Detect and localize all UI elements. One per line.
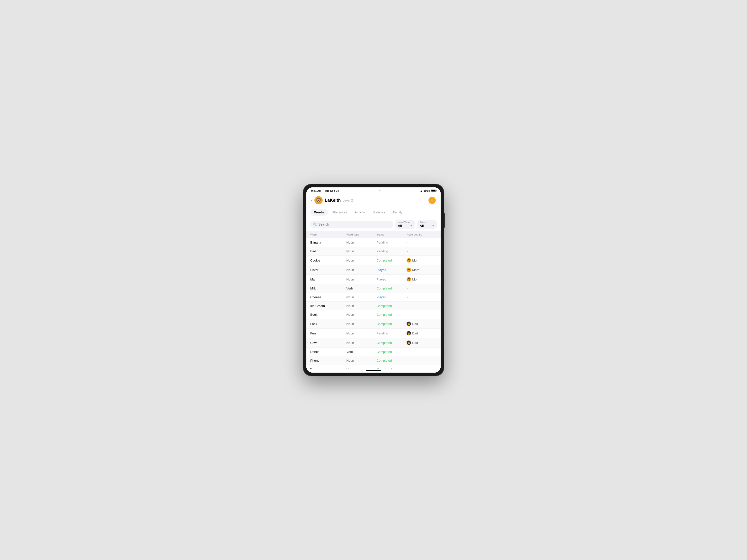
cell-status: Completed <box>377 304 407 308</box>
words-table: Word Word Type Status Recorded By Banana… <box>306 231 441 369</box>
cell-status: Played <box>377 268 407 272</box>
battery-display: 100% <box>423 189 436 192</box>
recorded-by-name: Dad <box>412 341 418 345</box>
status-label: Status <box>420 221 434 224</box>
add-button[interactable]: + <box>429 197 436 204</box>
cell-word-type: Noun <box>346 295 377 299</box>
search-input[interactable] <box>318 222 390 226</box>
header-status: Status <box>377 233 407 236</box>
battery-bar <box>431 190 436 192</box>
battery-fill <box>431 190 435 191</box>
cell-recorded-by: - <box>407 241 437 244</box>
tab-family[interactable]: Family <box>389 209 406 216</box>
table-body: BananaNounPending-DadNounPending-CookieN… <box>306 238 441 369</box>
cell-word-type: Verb <box>346 287 377 290</box>
cell-word: Look <box>310 322 346 326</box>
dot-1 <box>378 191 378 191</box>
recorded-by-name: Dad <box>412 331 418 335</box>
table-row[interactable]: DanceVerbCompleted- <box>306 348 441 356</box>
home-indicator <box>366 370 381 371</box>
cell-status: Completed <box>377 359 407 363</box>
cell-status: Completed <box>377 322 407 326</box>
no-recorder-dash: - <box>407 287 408 290</box>
tab-words-label: Words <box>314 211 324 214</box>
table-row[interactable]: SisterNounPlayed👩Mom <box>306 265 441 275</box>
cell-word-type: Noun <box>346 341 377 345</box>
cell-recorded-by: - <box>407 313 437 317</box>
word-type-chevron-icon: ▼ <box>410 224 412 227</box>
table-row[interactable]: CheeseNounPlayed- <box>306 293 441 302</box>
cell-word-type: Noun <box>346 241 377 244</box>
dad-avatar: 👨 <box>407 331 411 336</box>
cell-status: Pending <box>377 241 407 244</box>
cell-word-type: Noun <box>346 359 377 363</box>
cell-word: Book <box>310 313 346 317</box>
no-recorder-dash: - <box>407 241 408 244</box>
search-icon: 🔍 <box>313 222 317 226</box>
mom-avatar: 👩 <box>407 268 411 272</box>
status-filter[interactable]: Status All ▼ <box>417 220 437 229</box>
no-recorder-dash: - <box>407 313 408 317</box>
search-box[interactable]: 🔍 <box>310 221 393 228</box>
table-row[interactable]: LookNounCompleted👨Dad <box>306 319 441 329</box>
cell-word: Banana <box>310 241 346 244</box>
no-recorder-dash: - <box>407 359 408 363</box>
date-display: Tue Sep 24 <box>325 189 339 192</box>
cell-word: Cow <box>310 341 346 345</box>
table-row[interactable]: Ice CreamNounCompleted- <box>306 302 441 311</box>
cell-word: Fun <box>310 331 346 335</box>
tab-family-label: Family <box>393 211 402 214</box>
recorded-by-name: Dad <box>412 322 418 326</box>
tab-words[interactable]: Words <box>310 209 328 216</box>
cell-word: Cheese <box>310 295 346 299</box>
cell-recorded-by: 👨Dad <box>407 331 437 336</box>
no-recorder-dash: - <box>407 304 408 308</box>
table-row[interactable]: PhoneNounCompleted- <box>306 356 441 365</box>
status-chevron-icon: ▼ <box>432 224 434 227</box>
status-bar: 9:41 AM Tue Sep 24 ▲ 100% <box>306 187 441 194</box>
word-type-value-row: All ▼ <box>398 224 412 228</box>
cell-recorded-by: 👨Dad <box>407 341 437 345</box>
table-row[interactable]: BananaNounPending- <box>306 238 441 247</box>
back-button[interactable]: ‹ <box>311 198 312 203</box>
header-recorded-by: Recorded By <box>407 233 437 236</box>
tab-utterances[interactable]: Utterances <box>328 209 351 216</box>
header-word: Word <box>310 233 346 236</box>
no-recorder-dash: - <box>407 249 408 253</box>
tab-bar: Words Utterances Activity Statistics Fam… <box>306 207 441 217</box>
tab-activity-label: Activity <box>355 211 365 214</box>
app-content: ‹ 🦁 LaKeith Level 2 + Words <box>306 194 441 373</box>
filters-row: 🔍 Word Type All ▼ Status All <box>306 217 441 231</box>
word-type-filter[interactable]: Word Type All ▼ <box>395 220 415 229</box>
table-row[interactable]: MilkVerbCompleted- <box>306 284 441 293</box>
dad-avatar: 👨 <box>407 341 411 345</box>
table-row[interactable]: ManNounPlayed👩Mom <box>306 275 441 284</box>
nav-bar: ‹ 🦁 LaKeith Level 2 + <box>306 194 441 207</box>
cell-word-type: Noun <box>346 368 377 369</box>
cell-recorded-by: - <box>407 287 437 290</box>
mom-avatar: 👩 <box>407 258 411 263</box>
cell-word-type: Noun <box>346 322 377 326</box>
recorded-by-name: Mom <box>412 268 419 272</box>
table-row[interactable]: WomanNounCompleted- <box>306 365 441 369</box>
cell-status: Played <box>377 295 407 299</box>
table-row[interactable]: BookNounCompleted- <box>306 311 441 319</box>
cell-status: Completed <box>377 350 407 354</box>
cell-word: Phone <box>310 359 346 363</box>
table-row[interactable]: CookieNounCompleted👩Mom <box>306 256 441 265</box>
cell-status: Pending <box>377 249 407 253</box>
scene: 9:41 AM Tue Sep 24 ▲ 100% <box>0 169 747 391</box>
cell-word: Dance <box>310 350 346 354</box>
table-row[interactable]: FunNounPending👨Dad <box>306 329 441 338</box>
cell-status: Completed <box>377 287 407 290</box>
status-bar-center <box>378 191 381 191</box>
cell-word: Sister <box>310 268 346 272</box>
tab-statistics-label: Statistics <box>372 211 385 214</box>
cell-status: Completed <box>377 341 407 345</box>
cell-recorded-by: - <box>407 350 437 354</box>
tab-statistics[interactable]: Statistics <box>369 209 389 216</box>
avatar: 🦁 <box>314 196 323 205</box>
table-row[interactable]: DadNounPending- <box>306 247 441 256</box>
tab-activity[interactable]: Activity <box>351 209 369 216</box>
table-row[interactable]: CowNounCompleted👨Dad <box>306 338 441 348</box>
